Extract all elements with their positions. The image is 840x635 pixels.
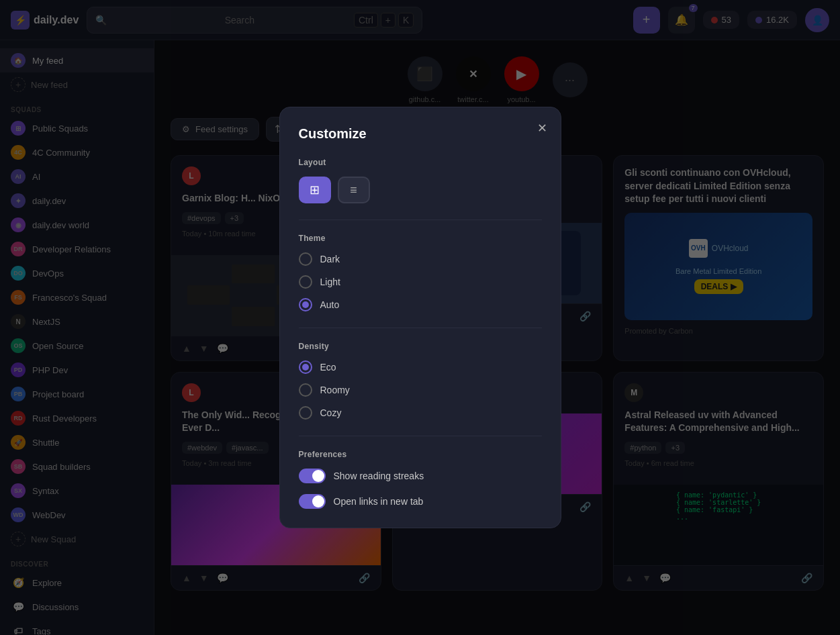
- preferences-section-label: Preferences: [299, 450, 542, 459]
- density-roomy-label: Roomy: [320, 385, 350, 395]
- theme-dark-radio: [299, 252, 312, 266]
- theme-section-label: Theme: [299, 234, 542, 243]
- pref-reading-streaks[interactable]: Show reading streaks: [299, 469, 542, 483]
- divider-2: [299, 328, 542, 328]
- theme-auto-label: Auto: [320, 299, 340, 310]
- theme-dark-label: Dark: [320, 254, 340, 264]
- density-cozy-label: Cozy: [320, 407, 342, 418]
- density-eco[interactable]: Eco: [299, 360, 542, 374]
- reading-streaks-thumb: [312, 470, 324, 482]
- layout-grid-button[interactable]: ⊞: [299, 177, 331, 203]
- layout-list-button[interactable]: ≡: [338, 177, 370, 203]
- density-cozy[interactable]: Cozy: [299, 406, 542, 420]
- density-eco-label: Eco: [320, 362, 336, 373]
- theme-options: Dark Light Auto: [299, 252, 542, 311]
- reading-streaks-label: Show reading streaks: [334, 471, 424, 481]
- theme-light[interactable]: Light: [299, 275, 542, 289]
- density-cozy-radio: [299, 406, 312, 420]
- modal-overlay[interactable]: Customize ✕ Layout ⊞ ≡ Theme Dark Light …: [0, 0, 840, 635]
- customize-modal: Customize ✕ Layout ⊞ ≡ Theme Dark Light …: [279, 107, 561, 528]
- theme-dark[interactable]: Dark: [299, 252, 542, 266]
- theme-auto-dot: [302, 301, 309, 308]
- density-section-label: Density: [299, 342, 542, 351]
- layout-section-label: Layout: [299, 158, 542, 167]
- density-options: Eco Roomy Cozy: [299, 360, 542, 420]
- density-eco-dot: [302, 364, 309, 371]
- density-roomy-radio: [299, 383, 312, 397]
- theme-light-radio: [299, 275, 312, 289]
- open-links-toggle[interactable]: [299, 494, 326, 509]
- layout-options: ⊞ ≡: [299, 177, 542, 203]
- open-links-thumb: [312, 495, 324, 507]
- theme-auto-radio: [299, 298, 312, 311]
- modal-title: Customize: [299, 126, 542, 142]
- preferences-options: Show reading streaks Open links in new t…: [299, 469, 542, 509]
- pref-open-links[interactable]: Open links in new tab: [299, 494, 542, 509]
- divider-1: [299, 219, 542, 220]
- divider-3: [299, 436, 542, 436]
- modal-close-button[interactable]: ✕: [537, 121, 547, 136]
- theme-auto[interactable]: Auto: [299, 298, 542, 311]
- density-eco-radio: [299, 360, 312, 374]
- density-roomy[interactable]: Roomy: [299, 383, 542, 397]
- open-links-label: Open links in new tab: [334, 496, 424, 507]
- theme-light-label: Light: [320, 277, 340, 287]
- reading-streaks-toggle[interactable]: [299, 469, 326, 483]
